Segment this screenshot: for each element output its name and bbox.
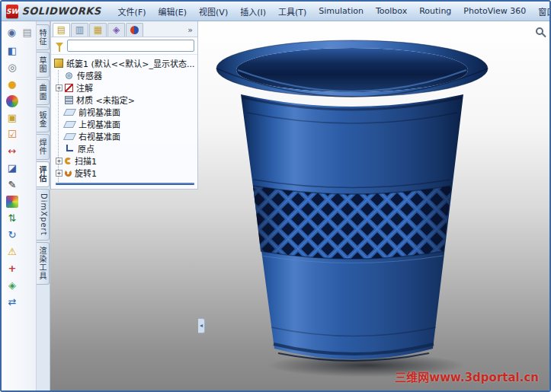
scene-icon[interactable]: ▣ (5, 110, 20, 126)
menu-file[interactable]: 文件(F) (112, 2, 152, 21)
measure-icon[interactable]: ↔ (5, 144, 20, 159)
crosshair-icon[interactable]: + (5, 261, 20, 276)
tree-item-right-plane[interactable]: 右视基准面 (54, 130, 196, 142)
color-wheel-icon[interactable] (6, 95, 18, 107)
pin-icon[interactable]: ◉ (5, 25, 19, 40)
feature-filter-input[interactable] (67, 40, 194, 52)
tab-evaluate[interactable]: 评估 (37, 161, 50, 187)
tree-item-label: 上视基准面 (78, 118, 120, 130)
palette-icon[interactable] (6, 196, 18, 208)
filter-row (51, 37, 197, 55)
menubar: SW SOLIDWORKS 文件(F) 编辑(E) 视图(V) 插入(I) 工具… (2, 2, 549, 21)
collapse-panel-icon[interactable]: ◂ (198, 318, 205, 333)
tab-sketch[interactable]: 草图 (37, 52, 50, 78)
section-view-icon[interactable]: ◪ (5, 161, 20, 176)
propertymanager-tab[interactable]: ▥ (71, 23, 88, 37)
displaymanager-icon (130, 26, 139, 34)
plane-icon (63, 133, 76, 140)
tree-item-top-plane[interactable]: 上视基准面 (54, 118, 196, 130)
tree-root-item[interactable]: 纸篓1 (默认<<默认>_显示状态... (54, 57, 196, 69)
options-check-icon[interactable]: ☑ (5, 127, 20, 142)
part-cube-icon[interactable]: ◧ (5, 43, 20, 59)
menu-insert[interactable]: 插入(I) (234, 2, 272, 21)
bin-opening (236, 48, 468, 92)
magnifier-icon[interactable] (536, 27, 543, 35)
menu-photoview360[interactable]: PhotoView 360 (457, 3, 532, 19)
dimxpertmanager-tab[interactable]: ◈ (107, 23, 125, 37)
tree-item-annotations[interactable]: + 注解 (54, 81, 196, 94)
left-toolbar: ◉ ▤ ◧ ◎ ● ▣ ☑ ↔ ◪ ✎ ⇅ ↻ ⚠ + ◈ ⇄ (2, 21, 37, 390)
expand-toggle[interactable]: + (56, 158, 62, 164)
tree-item-label: 前视基准面 (78, 106, 120, 118)
tree-item-label: 扫描1 (75, 155, 97, 167)
brand-title: SOLIDWORKS (21, 5, 101, 17)
menu-routing[interactable]: Routing (413, 3, 457, 19)
part-icon (54, 59, 63, 68)
menu-window[interactable]: 窗口(W) (532, 2, 551, 21)
warning-icon[interactable]: ⚠ (5, 244, 20, 260)
filter-funnel-icon (56, 43, 63, 47)
tree-item-label: 注解 (76, 81, 93, 94)
tree-item-label: 材质 <未指定> (76, 94, 135, 106)
displaymanager-tab[interactable] (126, 23, 143, 37)
tree-item-label: 右视基准面 (78, 130, 120, 142)
tab-dimxpert[interactable]: DimXpert (37, 189, 50, 241)
tree-item-label: 旋转1 (75, 167, 97, 179)
plane-icon (63, 109, 76, 116)
commandmanager-tabstrip: 特征 草图 曲面 钣金 焊件 评估 DimXpert 渲染工具 (37, 21, 50, 390)
tab-surfaces[interactable]: 曲面 (37, 79, 50, 105)
expand-toggle[interactable]: + (56, 84, 62, 91)
tab-features[interactable]: 特征 (37, 24, 50, 50)
tree-item-sensors[interactable]: 传感器 (54, 69, 196, 81)
panel-tabs: ▤ ▥ ▦ ◈ » (51, 21, 197, 37)
tab-rendertools[interactable]: 渲染工具 (37, 242, 50, 285)
plane-icon (63, 121, 76, 128)
sort-arrows-icon[interactable]: ⇅ (5, 211, 20, 226)
featuremanager-panel: ▤ ▥ ▦ ◈ » 纸篓1 (默认<<默认>_显示状态... (50, 21, 198, 190)
tree-item-origin[interactable]: 原点 (54, 142, 196, 155)
material-icon (65, 96, 73, 104)
pen-icon[interactable]: ✎ (5, 177, 20, 193)
expand-spacer (56, 133, 62, 140)
swap-icon[interactable]: ⇄ (5, 295, 20, 310)
diamond-icon[interactable]: ◈ (5, 278, 20, 293)
menu-edit[interactable]: 编辑(E) (152, 2, 194, 21)
annotations-icon (65, 84, 73, 92)
refresh-icon[interactable]: ↻ (5, 228, 20, 243)
solidworks-window: SW SOLIDWORKS 文件(F) 编辑(E) 视图(V) 插入(I) 工具… (0, 0, 551, 392)
origin-icon (66, 145, 73, 151)
menu-simulation[interactable]: Simulation (312, 3, 370, 19)
tab-weldments[interactable]: 焊件 (37, 134, 50, 160)
solidworks-logo-icon: SW (6, 5, 18, 18)
tree-item-material[interactable]: 材质 <未指定> (54, 94, 196, 106)
tree-item-label: 原点 (78, 142, 95, 155)
tab-sheetmetal[interactable]: 钣金 (37, 107, 50, 132)
expand-spacer (56, 121, 62, 128)
expand-spacer (56, 97, 62, 104)
graphics-area[interactable]: ▤ ▥ ▦ ◈ » 纸篓1 (默认<<默认>_显示状态... (50, 21, 549, 390)
expand-spacer (56, 109, 62, 116)
rollback-bar[interactable] (56, 183, 194, 185)
appearance-icon[interactable]: ● (5, 77, 20, 92)
menu-view[interactable]: 视图(V) (193, 2, 234, 21)
tree-item-front-plane[interactable]: 前视基准面 (54, 106, 196, 118)
featuremanager-tab[interactable]: ▤ (53, 23, 70, 37)
tree-item-sweep1[interactable]: + 扫描1 (54, 155, 196, 167)
tree-item-label: 传感器 (77, 69, 102, 81)
document-icon[interactable]: ▤ (21, 25, 35, 40)
feature-tree: 纸篓1 (默认<<默认>_显示状态... 传感器 + 注解 (51, 55, 197, 186)
revolve-icon (65, 170, 72, 177)
expand-spacer (56, 145, 62, 152)
panel-overflow-chevron-icon[interactable]: » (184, 25, 196, 35)
menu-tools[interactable]: 工具(T) (272, 2, 312, 21)
sweep-icon (65, 158, 72, 164)
expand-spacer (56, 72, 62, 79)
expand-toggle[interactable]: + (56, 170, 62, 177)
tree-item-revolve1[interactable]: + 旋转1 (54, 167, 196, 179)
configurationmanager-tab[interactable]: ▦ (89, 23, 107, 37)
menu-toolbox[interactable]: Toolbox (370, 3, 413, 19)
sensors-icon (66, 72, 72, 79)
target-icon[interactable]: ◎ (5, 60, 20, 75)
tree-root-label: 纸篓1 (默认<<默认>_显示状态... (66, 57, 194, 69)
